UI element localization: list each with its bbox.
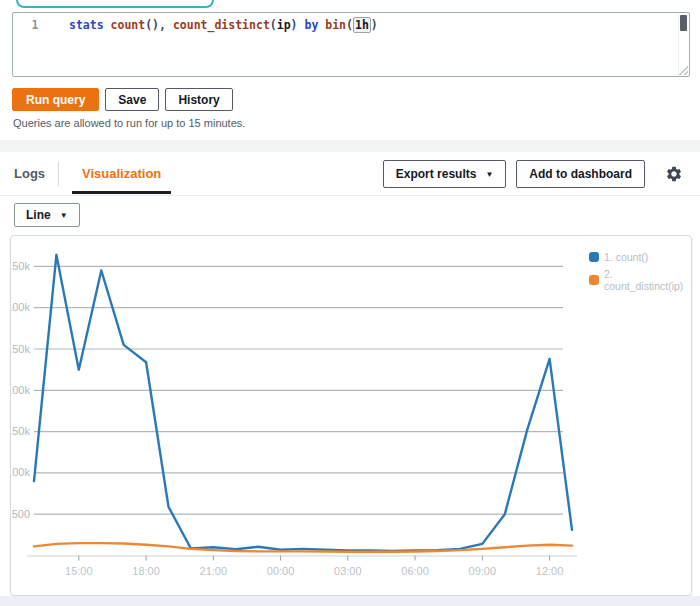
query-actions: Run query Save History: [12, 88, 233, 111]
scrollbar-thumb[interactable]: [680, 15, 687, 31]
svg-text:09:00: 09:00: [469, 565, 497, 577]
svg-text:2.50k: 2.50k: [11, 343, 30, 355]
settings-button[interactable]: [662, 162, 686, 186]
tab-separator: [58, 162, 59, 186]
results-tabs-row: Logs Visualization Export results ▼ Add …: [0, 152, 700, 196]
svg-text:03:00: 03:00: [334, 565, 362, 577]
visualization-chart-panel: 5001.00k1.50k2.00k2.50k3.00k3.50k15:0018…: [10, 235, 692, 596]
svg-text:1.00k: 1.00k: [11, 466, 30, 478]
svg-text:3.50k: 3.50k: [11, 260, 30, 272]
section-divider: [0, 140, 700, 152]
tab-visualization[interactable]: Visualization: [72, 152, 171, 196]
svg-text:1.50k: 1.50k: [11, 425, 30, 437]
legend-item-count[interactable]: 1. count(): [589, 251, 691, 263]
svg-text:18:00: 18:00: [132, 565, 160, 577]
line-number: 1: [13, 18, 57, 33]
chart-legend: 1. count() 2. count_distinct(ip): [589, 251, 691, 292]
query-editor[interactable]: 1 stats count(), count_distinct(ip) by b…: [12, 12, 690, 77]
svg-text:06:00: 06:00: [401, 565, 429, 577]
caret-down-icon: ▼: [485, 170, 493, 179]
svg-text:15:00: 15:00: [65, 565, 93, 577]
caret-down-icon: ▼: [60, 211, 68, 220]
run-query-button[interactable]: Run query: [12, 88, 99, 111]
tab-logs[interactable]: Logs: [14, 152, 58, 196]
tab-visualization-label: Visualization: [82, 166, 161, 181]
history-button[interactable]: History: [165, 88, 232, 111]
results-toolbar: Export results ▼ Add to dashboard: [383, 160, 686, 188]
legend-item-count-distinct[interactable]: 2. count_distinct(ip): [589, 268, 691, 292]
export-results-button[interactable]: Export results ▼: [383, 160, 507, 188]
svg-text:3.00k: 3.00k: [11, 301, 30, 313]
svg-text:12:00: 12:00: [536, 565, 564, 577]
add-to-dashboard-button[interactable]: Add to dashboard: [516, 160, 645, 188]
page-footer-strip: [0, 596, 700, 606]
gear-icon: [665, 165, 683, 183]
series-color-swatch: [589, 275, 599, 285]
svg-text:500: 500: [12, 508, 30, 520]
query-limit-hint: Queries are allowed to run for up to 15 …: [13, 117, 245, 129]
series-color-swatch: [589, 252, 599, 262]
svg-text:21:00: 21:00: [200, 565, 228, 577]
svg-text:00:00: 00:00: [267, 565, 295, 577]
save-button[interactable]: Save: [105, 88, 159, 111]
active-tab-underline: [72, 191, 171, 194]
query-text[interactable]: stats count(), count_distinct(ip) by bin…: [57, 18, 378, 33]
chart-type-dropdown[interactable]: Line ▼: [14, 203, 80, 227]
query-line: 1 stats count(), count_distinct(ip) by b…: [13, 18, 675, 33]
cloudwatch-logs-insights-page: 1 stats count(), count_distinct(ip) by b…: [0, 0, 700, 606]
log-group-selector-outline: [16, 0, 214, 8]
svg-text:2.00k: 2.00k: [11, 384, 30, 396]
